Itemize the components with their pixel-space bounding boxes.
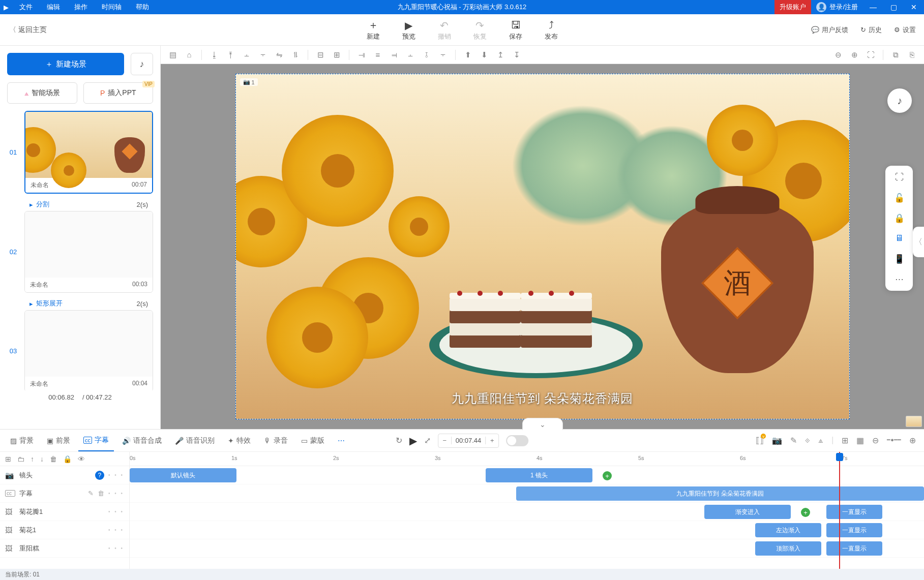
- align-vcenter-icon[interactable]: ⫠: [240, 48, 254, 62]
- lock-icon[interactable]: 🔒: [893, 212, 905, 224]
- fit-icon[interactable]: ⛶: [863, 48, 878, 62]
- track-row-petal[interactable]: 🖼菊花瓣1• • •: [0, 503, 129, 521]
- track-row-flower[interactable]: 🖼菊花1• • •: [0, 521, 129, 539]
- menu-edit[interactable]: 编辑: [40, 3, 67, 12]
- minimize-button[interactable]: —: [863, 3, 883, 11]
- tab-effects[interactable]: ✦特效: [223, 430, 256, 451]
- menu-file[interactable]: 文件: [12, 3, 40, 12]
- marker-icon[interactable]: ⊞: [842, 436, 848, 445]
- add-camera-button[interactable]: +: [603, 471, 612, 480]
- flip-v-icon[interactable]: ⥮: [288, 48, 303, 62]
- menu-timeline[interactable]: 时间轴: [95, 3, 129, 12]
- more-icon[interactable]: ⋯: [893, 273, 905, 285]
- add-track-icon[interactable]: ⊞: [5, 455, 11, 463]
- zoom-out-icon[interactable]: ⊖: [831, 48, 845, 62]
- menu-action[interactable]: 操作: [67, 3, 95, 12]
- align-left-icon[interactable]: ⫣: [354, 48, 369, 62]
- paste-icon[interactable]: ⎘: [905, 48, 919, 62]
- snap-toggle[interactable]: [506, 435, 528, 446]
- forward-icon[interactable]: ↥: [493, 48, 508, 62]
- insert-ppt-button[interactable]: P插入PPTVIP: [83, 82, 154, 104]
- smart-scene-button[interactable]: ⟁智能场景: [7, 82, 77, 104]
- clip-default-camera[interactable]: 默认镜头: [130, 468, 236, 482]
- tab-foreground[interactable]: ▣前景: [42, 430, 75, 451]
- account-button[interactable]: 👤 登录/注册: [811, 2, 863, 12]
- clip-always[interactable]: 一直显示: [826, 541, 882, 556]
- camera-tool-icon[interactable]: 📷: [772, 436, 782, 445]
- tool-publish[interactable]: ⤴发布: [533, 19, 569, 41]
- track-camera[interactable]: 默认镜头 1 镜头 +: [130, 466, 924, 484]
- fullscreen-icon[interactable]: ⛶: [893, 172, 905, 183]
- tab-record[interactable]: 🎙录音: [259, 430, 293, 451]
- clip-always[interactable]: 一直显示: [826, 505, 882, 519]
- zoom-out2-icon[interactable]: ⊖: [872, 436, 879, 445]
- upgrade-button[interactable]: 升级账户: [774, 0, 811, 14]
- scene-card[interactable]: 未命名00:03: [24, 211, 153, 293]
- zoom-in-icon[interactable]: ⊕: [847, 48, 861, 62]
- zoom-in2-icon[interactable]: ⊕: [909, 436, 916, 445]
- back-button[interactable]: 〈 返回主页: [0, 25, 56, 35]
- playhead[interactable]: [839, 452, 840, 569]
- side-expand-tab[interactable]: 〈: [913, 227, 924, 257]
- down-icon[interactable]: ↓: [40, 455, 44, 463]
- tab-background[interactable]: ▨背景: [5, 430, 39, 451]
- scene-card[interactable]: 未命名00:07: [24, 111, 153, 194]
- align-hcenter-icon[interactable]: ⫟: [256, 48, 270, 62]
- align-top-icon[interactable]: ⭱: [223, 48, 237, 62]
- add-keyframe-button[interactable]: +: [801, 508, 810, 517]
- slider-icon[interactable]: ━●━━: [887, 437, 901, 446]
- keyframe-icon[interactable]: ⟦⟧v: [756, 436, 764, 445]
- up-icon[interactable]: ↑: [31, 455, 34, 463]
- lock2-icon[interactable]: 🔒: [63, 455, 72, 463]
- feedback-button[interactable]: 💬用户反馈: [811, 25, 848, 35]
- transition-row[interactable]: ▸矩形展开2(s): [7, 297, 153, 310]
- distribute-h-icon[interactable]: ⊟: [313, 48, 327, 62]
- tab-tts[interactable]: 🔊语音合成: [117, 430, 167, 451]
- backward-icon[interactable]: ↧: [510, 48, 524, 62]
- home-icon[interactable]: ⌂: [182, 48, 196, 62]
- tool-save[interactable]: 🖫保存: [498, 19, 533, 41]
- align-bottom2-icon[interactable]: ⫟: [436, 48, 450, 62]
- tool-new[interactable]: ＋新建: [355, 19, 391, 41]
- stage[interactable]: 酒 九九重阳佳节到 朵朵菊花香满园 📷1 ♪ ⛶ 🔓 🔒 🖥 📱 ⋯ 〈 ⌄: [161, 64, 924, 429]
- align-bottom-icon[interactable]: ⭳: [207, 48, 221, 62]
- align-middle-icon[interactable]: ⫱: [420, 48, 434, 62]
- flip-h-icon[interactable]: ⇋: [272, 48, 286, 62]
- tab-mask[interactable]: ▭蒙版: [296, 430, 330, 451]
- desktop-icon[interactable]: 🖥: [893, 233, 905, 244]
- clip-topin[interactable]: 顶部渐入: [755, 541, 821, 556]
- history-button[interactable]: ↻历史: [860, 25, 882, 35]
- time-ruler[interactable]: 0s 1s 2s 3s 4s 5s 6s 7s: [130, 452, 924, 466]
- tab-asr[interactable]: 🎤语音识别: [170, 430, 220, 451]
- track-row-cake[interactable]: 🖼重阳糕• • •: [0, 539, 129, 558]
- align-top2-icon[interactable]: ⫠: [403, 48, 418, 62]
- delete-icon[interactable]: 🗑: [50, 455, 57, 463]
- edit-icon[interactable]: ✎: [790, 436, 797, 445]
- close-button[interactable]: ✕: [904, 3, 924, 11]
- distribute-v-icon[interactable]: ⊞: [330, 48, 344, 62]
- time-input[interactable]: − 00:07.44 +: [438, 434, 499, 448]
- send-back-icon[interactable]: ⬇: [477, 48, 491, 62]
- transition-row[interactable]: ▸分割2(s): [7, 198, 153, 211]
- clip-leftin[interactable]: 左边渐入: [755, 523, 821, 537]
- copy-icon[interactable]: ⧉: [888, 48, 903, 62]
- help-icon[interactable]: ?: [95, 471, 104, 480]
- settings-button[interactable]: ⚙设置: [894, 25, 916, 35]
- clip-fadein[interactable]: 渐变进入: [704, 505, 791, 519]
- rewind-icon[interactable]: ↻: [396, 436, 402, 445]
- play-button[interactable]: ▶: [409, 435, 417, 447]
- bring-front-icon[interactable]: ⬆: [461, 48, 475, 62]
- filter-icon[interactable]: ⟁: [818, 436, 823, 445]
- track-petal[interactable]: 渐变进入 + 一直显示: [130, 503, 924, 521]
- plus-button[interactable]: +: [485, 437, 498, 444]
- tab-subtitle[interactable]: cc字幕: [78, 430, 114, 451]
- clip-subtitle[interactable]: 九九重阳佳节到 朵朵菊花香满园: [516, 486, 924, 501]
- minimap-thumb[interactable]: [906, 416, 922, 427]
- settings2-icon[interactable]: ⟐: [805, 436, 810, 445]
- align-center-icon[interactable]: ≡: [371, 48, 385, 62]
- tab-more[interactable]: ⋯: [333, 430, 350, 451]
- collapse-button[interactable]: ⌄: [522, 418, 563, 430]
- lock-open-icon[interactable]: 🔓: [893, 192, 905, 203]
- clip-always[interactable]: 一直显示: [826, 523, 882, 537]
- track-row-subtitle[interactable]: cc字幕✎🗑• • •: [0, 484, 129, 503]
